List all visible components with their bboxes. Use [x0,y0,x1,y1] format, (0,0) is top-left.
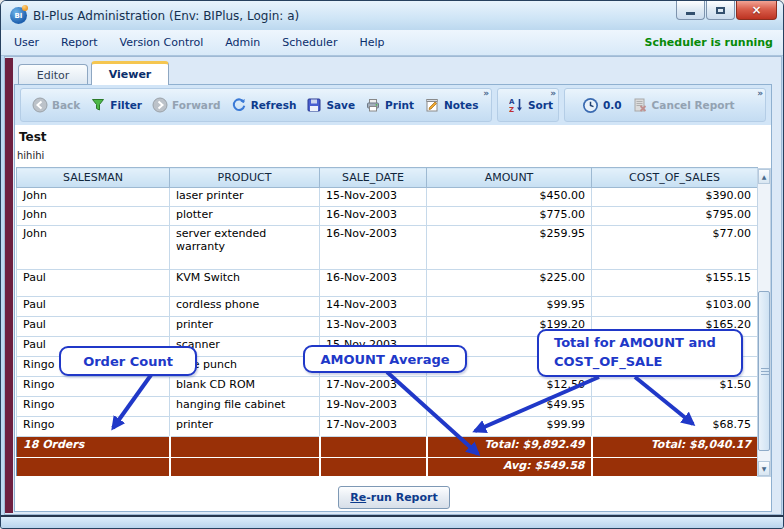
table-row: Ringoblank CD ROM17-Nov-2003$12.50$1.50 [17,377,758,397]
filter-button[interactable]: Filter [85,94,147,116]
column-header-sale_date[interactable]: SALE_DATE [320,168,427,188]
cell-product: laser printer [170,188,320,207]
app-icon-text: BI [15,12,23,20]
callout-totals: Total for AMOUNT and COST_OF_SALE [537,329,743,377]
menu-admin[interactable]: Admin [216,32,269,53]
report-title: Test [19,130,47,144]
print-button[interactable]: Print [360,94,419,116]
menu-version-control[interactable]: Version Control [111,32,213,53]
column-header-product[interactable]: PRODUCT [170,168,320,188]
scheduler-status: Scheduler is running [645,36,773,49]
column-header-cost_of_sales[interactable]: COST_OF_SALES [592,168,758,188]
callout-order-count: Order Count [59,346,197,376]
app-icon-badge [22,5,28,11]
cell-product: printer [170,317,320,337]
refresh-icon [231,97,247,113]
app-icon: BI [10,7,27,24]
cell-product: cordless phone [170,297,320,317]
menu-user[interactable]: User [5,32,48,53]
cell-product: hanging file cabinet [170,397,320,417]
close-button[interactable]: × [736,1,777,20]
cell-salesman: Paul [17,297,170,317]
refresh-label: Refresh [251,99,297,111]
maximize-icon [716,7,725,14]
table-total-row: Avg: $549.58 [17,458,758,477]
sort-label: Sort [528,99,553,111]
scroll-down-icon: ▼ [762,465,767,472]
menu-help[interactable]: Help [350,32,393,53]
splitter-collapse-icon [6,62,12,68]
thumb-grip [761,374,769,375]
elapsed-time: 0.0 [577,94,627,117]
minimize-button[interactable] [676,1,705,20]
callout-totals-line1: Total for AMOUNT and [554,334,716,353]
cell-amount: $49.95 [427,397,592,417]
minimize-icon [686,12,695,15]
thumb-grip [761,371,769,372]
back-icon [32,97,48,113]
menu-scheduler[interactable]: Scheduler [273,32,346,53]
report-table: SALESMANPRODUCTSALE_DATEAMOUNTCOST_OF_SA… [16,167,758,477]
window-title: BI-Plus Administration (Env: BIPlus, Log… [33,9,299,23]
cell-amount: $99.99 [427,417,592,437]
tab-editor[interactable]: Editor [18,64,88,85]
clock-icon [582,97,599,114]
splitter-expand-icon [6,71,12,77]
scroll-down-button[interactable]: ▼ [758,461,770,476]
cell-sale_date: 16-Nov-2003 [320,270,427,297]
back-label: Back [52,99,80,111]
forward-icon [152,97,168,113]
scroll-up-button[interactable]: ▲ [758,169,770,184]
filter-icon [90,97,106,113]
cancel-report-button: Cancel Report [627,94,740,116]
menu-bar: User Report Version Control Admin Schedu… [1,30,784,56]
svg-text:A: A [509,98,515,106]
filter-label: Filter [110,99,142,111]
cell-amount: $775.00 [427,207,592,226]
total-cell-cost_of_sales [592,458,758,477]
thumb-grip [761,368,769,369]
cell-cost_of_sales: $77.00 [592,226,758,270]
cell-salesman: Ringo [17,377,170,397]
tab-viewer[interactable]: Viewer [91,61,169,85]
column-header-salesman[interactable]: SALESMAN [17,168,170,188]
cell-product: KVM Switch [170,270,320,297]
notes-label: Notes [444,99,478,111]
back-button: Back [27,94,85,116]
notes-button[interactable]: Notes [419,94,483,116]
rerun-label-mnemonic: Re [350,491,366,504]
column-header-amount[interactable]: AMOUNT [427,168,592,188]
splitter-bar[interactable] [5,58,13,513]
save-button[interactable]: Save [301,94,360,116]
vertical-scrollbar[interactable]: ▲ ▼ [757,168,771,477]
cancel-report-label: Cancel Report [652,99,735,111]
cell-salesman: Ringo [17,417,170,437]
report-subtitle: hihihi [17,150,44,161]
cell-cost_of_sales: $155.15 [592,270,758,297]
refresh-button[interactable]: Refresh [226,94,302,116]
rerun-report-button[interactable]: Re-run Report [338,486,450,509]
overflow-chevron-icon: » [757,89,763,98]
menu-report[interactable]: Report [52,32,106,53]
table-row: Johnplotter16-Nov-2003$775.00$795.00 [17,207,758,226]
table-row: Paulcordless phone14-Nov-2003$99.95$103.… [17,297,758,317]
cell-sale_date: 15-Nov-2003 [320,188,427,207]
toolbar-group-main: » Back Filter Forward Refresh Save [20,88,492,122]
maximize-button[interactable] [706,1,735,20]
scrollbar-thumb[interactable] [758,291,770,451]
total-cell-amount: Avg: $549.58 [427,458,592,477]
total-cell-sale_date [320,437,427,458]
cell-salesman: John [17,207,170,226]
status-bar [1,515,784,529]
table-total-row: 18 OrdersTotal: $9,892.49Total: $8,040.1… [17,437,758,458]
cell-sale_date: 16-Nov-2003 [320,226,427,270]
save-label: Save [326,99,355,111]
callout-totals-line2: COST_OF_SALE [554,353,662,372]
cell-sale_date: 17-Nov-2003 [320,377,427,397]
toolbar-group-sort: » AZ Sort [497,88,559,122]
total-cell-salesman [17,458,170,477]
print-label: Print [385,99,414,111]
total-cell-product [170,458,320,477]
cell-sale_date: 19-Nov-2003 [320,397,427,417]
cell-amount: $259.95 [427,226,592,270]
